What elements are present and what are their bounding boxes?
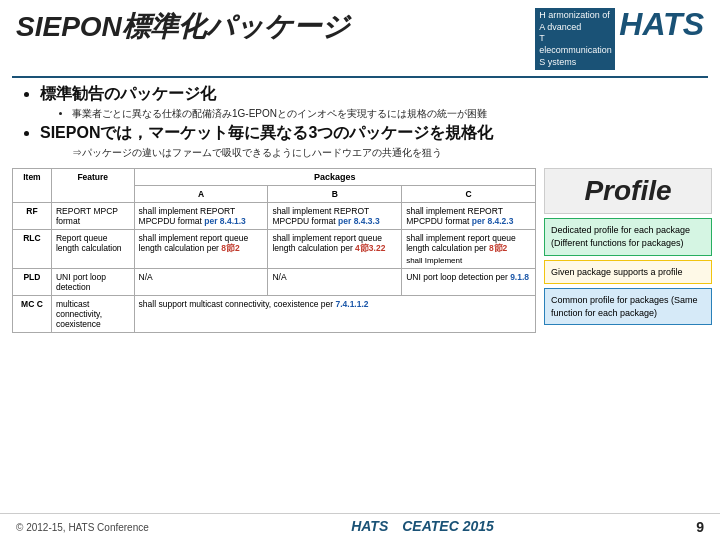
row-rlc-item: RLC [13,230,52,269]
row-mc-feature: multicast connectivity, coexistence [51,296,134,333]
row-pld-item: PLD [13,269,52,296]
row-rf-item: RF [13,203,52,230]
profile-box-1: Dedicated profile for each package (Diff… [544,218,712,255]
col-feature-header: Feature [51,169,134,203]
bullet-2-sub: ⇒パッケージの違いはファームで吸収できるようにしハードウエアの共通化を狙う [72,146,696,160]
packages-header: Packages [134,169,535,186]
packages-table: Item Feature Packages A B C RF REPORT MP… [12,168,536,333]
table-row: MC C multicast connectivity, coexistence… [13,296,536,333]
row-mc-span: shall support multicast connectivity, co… [134,296,535,333]
row-mc-item: MC C [13,296,52,333]
bullet-1: 標準勧告のパッケージ化 [40,84,696,105]
row-rlc-feature: Report queue length calculation [51,230,134,269]
row-rlc-c: shall implement report queue length calc… [402,230,536,269]
footer-center: HATS CEATEC 2015 [351,518,494,536]
col-c-header: C [402,186,536,203]
header-divider [12,76,708,78]
row-pld-a: N/A [134,269,268,296]
row-rf-a: shall implement REPORT MPCPDU format per… [134,203,268,230]
table-row: PLD UNI port loop detection N/A N/A UNI … [13,269,536,296]
row-rf-b: shall implement REPROT MPCPDU format per… [268,203,402,230]
hats-abbr: H armonization of A dvanced T elecommuni… [535,8,615,70]
hats-logo: H armonization of A dvanced T elecommuni… [535,8,704,70]
profile-title: Profile [544,168,712,214]
header: SIEPON標準化パッケージ H armonization of A dvanc… [0,0,720,74]
profile-box-2: Given package supports a profile [544,260,712,285]
row-pld-c: UNI port loop detection per 9.1.8 [402,269,536,296]
table-row: RF REPORT MPCP format shall implement RE… [13,203,536,230]
row-rlc-b: shall implement report queue length calc… [268,230,402,269]
col-item-header: Item [13,169,52,203]
bullet-section: 標準勧告のパッケージ化 事業者ごとに異なる仕様の配備済み1G-EPONとのインオ… [0,80,720,162]
col-a-header: A [134,186,268,203]
row-rf-feature: REPORT MPCP format [51,203,134,230]
footer-page-number: 9 [696,519,704,535]
footer-copyright: © 2012-15, HATS Conference [16,522,149,533]
row-pld-feature: UNI port loop detection [51,269,134,296]
col-b-header: B [268,186,402,203]
row-pld-b: N/A [268,269,402,296]
table-row: RLC Report queue length calculation shal… [13,230,536,269]
bullet-2: SIEPONでは，マーケット毎に異なる3つのパッケージを規格化 [40,123,696,144]
profile-box-3: Common profile for packages (Same functi… [544,288,712,325]
footer: © 2012-15, HATS Conference HATS CEATEC 2… [0,513,720,540]
main-content: Item Feature Packages A B C RF REPORT MP… [0,162,720,333]
row-rlc-a: shall implement report queue length calc… [134,230,268,269]
row-rf-c: shall implement REPORT MPCPDU format per… [402,203,536,230]
profile-panel: Profile Dedicated profile for each packa… [544,168,712,333]
page-title: SIEPON標準化パッケージ [16,8,350,46]
bullet-1-sub: 事業者ごとに異なる仕様の配備済み1G-EPONとのインオペを実現するには規格の統… [72,107,696,121]
table-section: Item Feature Packages A B C RF REPORT MP… [12,168,536,333]
hats-label: HATS [619,8,704,40]
